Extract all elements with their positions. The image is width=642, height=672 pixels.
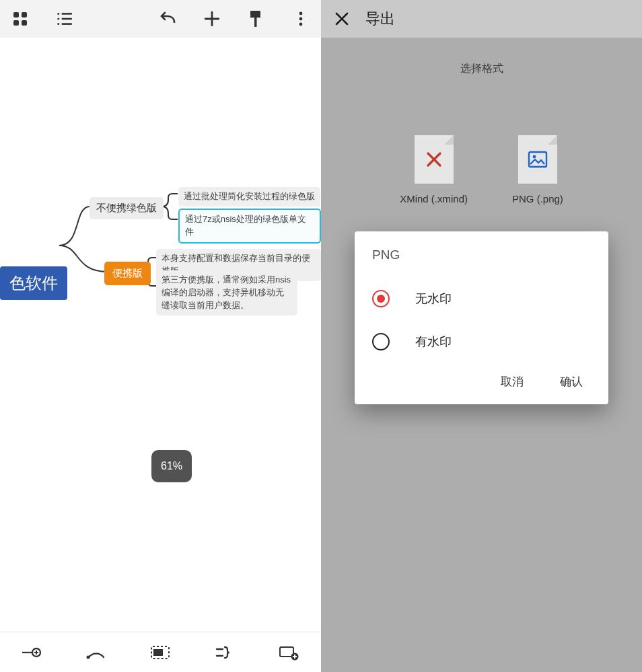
boundary-icon[interactable] (144, 639, 176, 666)
format-section-title: 选择格式 (321, 38, 642, 79)
add-related-icon[interactable] (273, 639, 305, 666)
dialog-title: PNG (372, 248, 591, 262)
svg-rect-24 (154, 650, 162, 655)
format-label: PNG (.png) (512, 193, 563, 204)
svg-point-5 (57, 13, 59, 15)
mindmap-topic-a[interactable]: 不便携绿色版 (90, 197, 164, 219)
format-card-xmind[interactable]: XMind (.xmind) (400, 135, 468, 204)
png-options-dialog: PNG 无水印 有水印 取消 确认 (355, 231, 608, 404)
svg-point-7 (57, 17, 59, 20)
mindmap-leaf-selected[interactable]: 通过7z或nsis处理的绿色版单文件 (178, 209, 321, 244)
svg-point-22 (87, 655, 90, 659)
file-png-icon (518, 135, 557, 184)
branch-lines (0, 38, 321, 630)
svg-rect-14 (254, 17, 257, 27)
svg-point-36 (533, 155, 536, 159)
mindmap-canvas[interactable]: 色软件 不便携绿色版 通过批处理简化安装过程的绿色版 通过7z或nsis处理的绿… (0, 38, 321, 632)
add-icon[interactable] (201, 8, 223, 30)
svg-point-15 (299, 12, 303, 15)
cancel-button[interactable]: 取消 (501, 374, 524, 389)
svg-rect-12 (250, 11, 260, 16)
svg-point-17 (299, 23, 303, 26)
zoom-level-badge: 61% (151, 450, 192, 482)
close-icon[interactable] (333, 10, 351, 28)
list-icon[interactable] (54, 8, 75, 30)
mindmap-leaf[interactable]: 第三方便携版，通常例如采用nsis编译的启动器，支持异机移动无缝读取当前用户数据… (156, 270, 297, 315)
mindmap-root-node[interactable]: 色软件 (0, 266, 67, 300)
bottom-toolbar (0, 632, 321, 672)
radio-icon[interactable] (372, 290, 390, 307)
svg-rect-0 (13, 12, 19, 17)
top-toolbar (0, 0, 321, 38)
export-title: 导出 (365, 9, 395, 29)
note-arc-icon[interactable] (80, 639, 112, 666)
svg-point-9 (57, 23, 59, 25)
grid-icon[interactable] (9, 8, 31, 30)
format-label: XMind (.xmind) (400, 193, 468, 204)
mindmap-leaf[interactable]: 通过批处理简化安装过程的绿色版 (178, 187, 320, 207)
format-paint-icon[interactable] (246, 8, 267, 30)
radio-row-with-watermark[interactable]: 有水印 (372, 320, 591, 363)
radio-icon[interactable] (372, 333, 390, 350)
undo-icon[interactable] (157, 8, 178, 30)
radio-row-no-watermark[interactable]: 无水印 (372, 277, 591, 320)
radio-label: 无水印 (415, 291, 452, 307)
add-sibling-icon[interactable] (16, 639, 48, 666)
summary-icon[interactable] (209, 639, 241, 666)
radio-label: 有水印 (415, 334, 452, 350)
svg-rect-1 (22, 12, 27, 17)
svg-rect-13 (250, 16, 260, 17)
svg-rect-3 (22, 20, 27, 26)
more-vert-icon[interactable] (290, 8, 312, 30)
svg-point-16 (299, 17, 303, 21)
file-xmind-icon (415, 135, 454, 184)
mindmap-topic-b[interactable]: 便携版 (104, 262, 151, 285)
format-card-png[interactable]: PNG (.png) (512, 135, 563, 204)
svg-rect-2 (13, 20, 19, 26)
confirm-button[interactable]: 确认 (560, 374, 583, 389)
export-header: 导出 (321, 0, 642, 38)
